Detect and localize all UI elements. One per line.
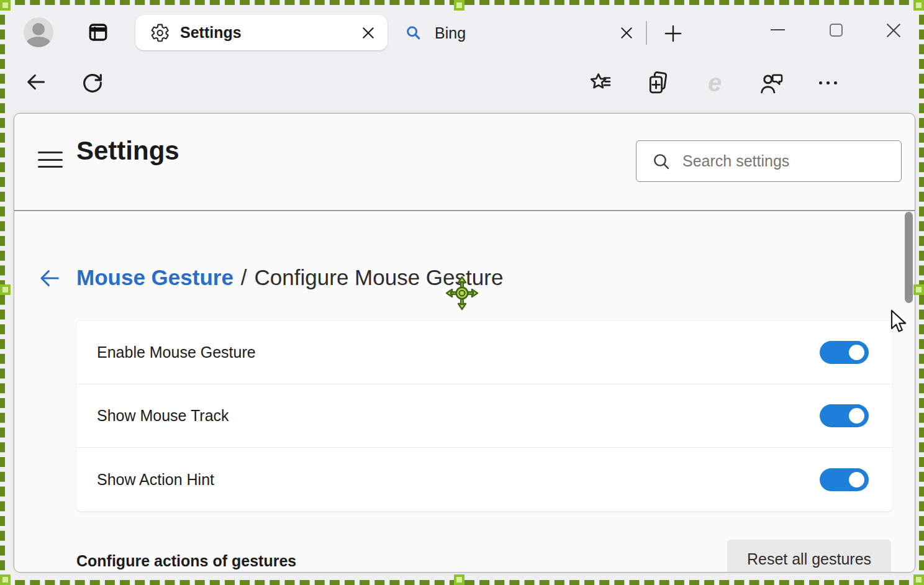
setting-row: Enable Mouse Gesture <box>76 321 892 384</box>
breadcrumb-parent-link[interactable]: Mouse Gesture <box>76 265 233 290</box>
toggle-card: Enable Mouse Gesture Show Mouse Track Sh… <box>76 321 892 511</box>
page-title: Settings <box>76 136 179 166</box>
tab-settings[interactable]: Settings <box>135 15 387 50</box>
section-heading: Configure actions of gestures <box>76 552 296 570</box>
back-icon[interactable] <box>24 70 48 94</box>
setting-label: Show Mouse Track <box>97 407 229 425</box>
search-input[interactable] <box>682 152 901 170</box>
menu-icon[interactable] <box>38 150 63 170</box>
gear-icon <box>150 23 170 43</box>
close-window-icon[interactable] <box>884 21 903 40</box>
avatar-head <box>32 23 45 35</box>
breadcrumb: Mouse Gesture / Configure Mouse Gesture <box>76 265 503 290</box>
collections-icon[interactable] <box>645 70 671 96</box>
setting-label: Enable Mouse Gesture <box>97 343 256 361</box>
breadcrumb-separator: / <box>241 265 247 290</box>
settings-page: Settings Mouse Gesture / Configure Mouse… <box>14 113 915 573</box>
toggle-knob <box>849 408 864 424</box>
setting-row: Show Mouse Track <box>76 384 892 448</box>
refresh-icon[interactable] <box>79 70 106 96</box>
favorites-icon[interactable] <box>587 70 614 96</box>
annotation-handle <box>454 574 464 585</box>
setting-row: Show Action Hint <box>76 448 892 511</box>
tab-title: Bing <box>435 24 466 42</box>
setting-label: Show Action Hint <box>97 471 214 489</box>
profile-avatar[interactable] <box>24 17 53 47</box>
minimize-icon[interactable] <box>771 29 785 30</box>
more-icon[interactable] <box>817 79 838 86</box>
annotation-handle <box>0 284 11 295</box>
ie-mode-icon[interactable]: e <box>700 68 729 97</box>
reset-all-gestures-button[interactable]: Reset all gestures <box>727 540 891 573</box>
header-divider <box>14 210 915 211</box>
annotation-handle <box>0 574 11 585</box>
breadcrumb-back-icon[interactable] <box>37 265 63 291</box>
feedback-icon[interactable] <box>758 70 785 97</box>
tab-bing[interactable]: Bing <box>397 17 640 48</box>
toggle-knob <box>849 472 864 488</box>
close-tab-icon[interactable] <box>361 26 375 40</box>
search-settings-box[interactable] <box>636 140 902 182</box>
tab-title: Settings <box>180 24 242 42</box>
scrollbar-thumb[interactable] <box>905 212 913 303</box>
search-icon <box>405 24 422 42</box>
close-tab-icon[interactable] <box>618 25 635 41</box>
maximize-icon[interactable] <box>830 24 843 37</box>
search-icon <box>651 152 671 171</box>
breadcrumb-current: Configure Mouse Gesture <box>255 265 504 290</box>
enable-mouse-gesture-toggle[interactable] <box>820 341 869 364</box>
browser-chrome: Settings Bing Edge <box>0 0 924 113</box>
navigation-bar: Edge edge://settings/mouseGesture e b <box>0 56 924 113</box>
show-mouse-track-toggle[interactable] <box>820 404 869 427</box>
new-tab-icon[interactable] <box>661 21 686 46</box>
annotation-handle <box>913 574 924 585</box>
show-action-hint-toggle[interactable] <box>820 468 869 491</box>
toggle-knob <box>849 345 864 360</box>
tab-separator <box>646 21 647 45</box>
avatar-body <box>26 37 51 47</box>
workspaces-icon[interactable] <box>86 20 110 44</box>
